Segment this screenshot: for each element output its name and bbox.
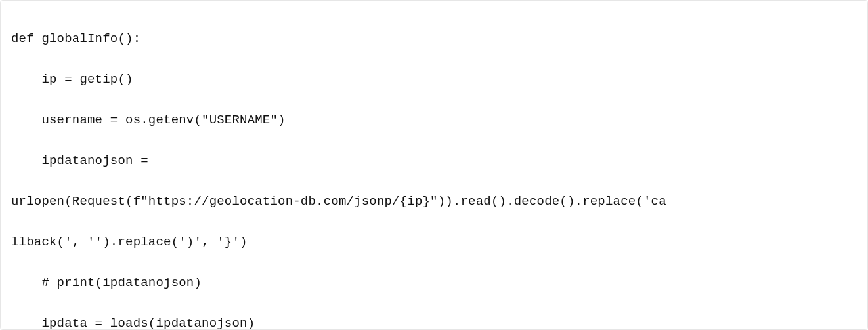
code-line: username = os.getenv("USERNAME") <box>11 110 857 131</box>
code-line: ipdata = loads(ipdatanojson) <box>11 314 857 330</box>
code-line: def globalInfo(): <box>11 29 857 49</box>
code-line: ip = getip() <box>11 70 857 90</box>
code-line: ipdatanojson = <box>11 151 857 171</box>
code-line: llback(', '').replace(')', '}') <box>11 232 857 253</box>
code-line: # print(ipdatanojson) <box>11 273 857 293</box>
code-line: urlopen(Request(f"https://geolocation-db… <box>11 192 857 212</box>
code-block: def globalInfo(): ip = getip() username … <box>0 0 868 330</box>
